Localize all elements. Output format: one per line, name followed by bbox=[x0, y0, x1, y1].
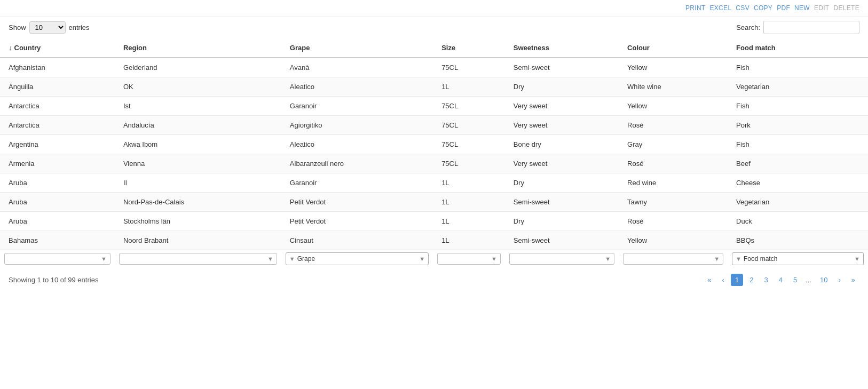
table-row[interactable]: ArubaStockholms länPetit Verdot1LDryRosé… bbox=[0, 212, 868, 231]
filter-arrow-colour: ▼ bbox=[714, 256, 720, 262]
pagination-page-4[interactable]: 4 bbox=[775, 274, 787, 286]
col-header-size[interactable]: Size bbox=[433, 38, 505, 58]
cell-size: 75CL bbox=[433, 154, 505, 173]
pagination-page-3[interactable]: 3 bbox=[760, 274, 772, 286]
filter-food_match[interactable]: ▼Food match▼ bbox=[732, 252, 864, 265]
cell-grape: Avanà bbox=[281, 58, 433, 77]
pagination-page-2[interactable]: 2 bbox=[745, 274, 757, 286]
filter-arrow-grape: ▼ bbox=[419, 256, 425, 262]
table-row[interactable]: BahamasNoord BrabantCinsaut1LSemi-sweetY… bbox=[0, 231, 868, 250]
pagination-first[interactable]: « bbox=[703, 274, 715, 286]
toolbar: PRINTEXCELCSVCOPYPDFNEWEDITDELETE bbox=[0, 0, 868, 17]
pagination-last[interactable]: » bbox=[847, 274, 859, 286]
col-header-colour[interactable]: Colour bbox=[619, 38, 728, 58]
col-label-region: Region bbox=[123, 44, 147, 52]
cell-colour: White wine bbox=[619, 77, 728, 97]
cell-grape: Garanoir bbox=[281, 173, 433, 193]
filter-cell-size: ▼ bbox=[433, 250, 505, 268]
table-row[interactable]: ArubaNord-Pas-de-CalaisPetit Verdot1LSem… bbox=[0, 193, 868, 212]
cell-grape: Albaranzeuli nero bbox=[281, 154, 433, 173]
col-label-colour: Colour bbox=[627, 44, 650, 52]
show-entries: Show 102550100 entries bbox=[9, 21, 90, 34]
cell-country: Armenia bbox=[0, 154, 115, 173]
toolbar-copy-button[interactable]: COPY bbox=[754, 4, 772, 12]
table-row[interactable]: ArubaIIGaranoir1LDryRed wineCheese bbox=[0, 173, 868, 193]
toolbar-excel-button[interactable]: EXCEL bbox=[710, 4, 732, 12]
cell-grape: Petit Verdot bbox=[281, 193, 433, 212]
cell-sweetness: Dry bbox=[505, 77, 619, 97]
col-header-food_match[interactable]: Food match bbox=[728, 38, 868, 58]
cell-sweetness: Dry bbox=[505, 212, 619, 231]
cell-country: Antarctica bbox=[0, 116, 115, 135]
table-row[interactable]: AntarcticaAndalucíaAgiorgitiko75CLVery s… bbox=[0, 116, 868, 135]
filter-grape[interactable]: ▼Grape▼ bbox=[286, 252, 429, 265]
filter-cell-colour: ▼ bbox=[619, 250, 728, 268]
toolbar-pdf-button[interactable]: PDF bbox=[777, 4, 790, 12]
cell-food_match: Fish bbox=[728, 58, 868, 77]
cell-country: Aruba bbox=[0, 173, 115, 193]
cell-sweetness: Very sweet bbox=[505, 116, 619, 135]
cell-size: 1L bbox=[433, 173, 505, 193]
cell-size: 75CL bbox=[433, 116, 505, 135]
cell-food_match: Vegetarian bbox=[728, 193, 868, 212]
toolbar-csv-button[interactable]: CSV bbox=[736, 4, 749, 12]
cell-size: 75CL bbox=[433, 135, 505, 154]
show-label: Show bbox=[9, 23, 26, 31]
filter-funnel-icon: ▼ bbox=[289, 256, 295, 262]
cell-size: 1L bbox=[433, 212, 505, 231]
filter-cell-food_match: ▼Food match▼ bbox=[728, 250, 868, 268]
cell-size: 75CL bbox=[433, 58, 505, 77]
cell-country: Anguilla bbox=[0, 77, 115, 97]
cell-colour: Tawny bbox=[619, 193, 728, 212]
cell-sweetness: Semi-sweet bbox=[505, 58, 619, 77]
cell-region: OK bbox=[115, 77, 281, 97]
col-header-country[interactable]: ↓Country bbox=[0, 38, 115, 58]
entries-select[interactable]: 102550100 bbox=[29, 21, 66, 34]
pagination: «‹12345...10›» bbox=[703, 274, 859, 286]
col-label-country: Country bbox=[14, 44, 41, 52]
filter-region[interactable]: ▼ bbox=[119, 253, 277, 265]
filter-colour[interactable]: ▼ bbox=[623, 253, 723, 265]
data-table: ↓CountryRegionGrapeSizeSweetnessColourFo… bbox=[0, 38, 868, 267]
pagination-page-10[interactable]: 10 bbox=[816, 274, 832, 286]
toolbar-print-button[interactable]: PRINT bbox=[685, 4, 706, 12]
table-row[interactable]: AfghanistanGelderlandAvanà75CLSemi-sweet… bbox=[0, 58, 868, 77]
filter-cell-region: ▼ bbox=[115, 250, 281, 268]
filter-sweetness[interactable]: ▼ bbox=[509, 253, 614, 265]
table-row[interactable]: ArgentinaAkwa IbomAleatico75CLBone dryGr… bbox=[0, 135, 868, 154]
pagination-prev[interactable]: ‹ bbox=[718, 274, 729, 286]
filter-country[interactable]: ▼ bbox=[4, 253, 111, 265]
pagination-page-1[interactable]: 1 bbox=[731, 274, 743, 286]
search-input[interactable] bbox=[763, 21, 859, 34]
col-header-region[interactable]: Region bbox=[115, 38, 281, 58]
table-row[interactable]: AntarcticaIstGaranoir75CLVery sweetYello… bbox=[0, 97, 868, 116]
cell-food_match: Duck bbox=[728, 212, 868, 231]
filter-size[interactable]: ▼ bbox=[437, 253, 501, 265]
table-row[interactable]: AnguillaOKAleatico1LDryWhite wineVegetar… bbox=[0, 77, 868, 97]
cell-food_match: Vegetarian bbox=[728, 77, 868, 97]
cell-region: Ist bbox=[115, 97, 281, 116]
filter-cell-sweetness: ▼ bbox=[505, 250, 619, 268]
search-box: Search: bbox=[736, 21, 859, 34]
table-row[interactable]: ArmeniaViennaAlbaranzeuli nero75CLVery s… bbox=[0, 154, 868, 173]
cell-sweetness: Bone dry bbox=[505, 135, 619, 154]
toolbar-delete-button[interactable]: DELETE bbox=[834, 4, 859, 12]
cell-grape: Cinsaut bbox=[281, 231, 433, 250]
toolbar-edit-button[interactable]: EDIT bbox=[814, 4, 830, 12]
cell-grape: Garanoir bbox=[281, 97, 433, 116]
pagination-page-5[interactable]: 5 bbox=[789, 274, 801, 286]
table-body: AfghanistanGelderlandAvanà75CLSemi-sweet… bbox=[0, 58, 868, 250]
toolbar-new-button[interactable]: NEW bbox=[794, 4, 810, 12]
cell-food_match: Fish bbox=[728, 135, 868, 154]
cell-country: Afghanistan bbox=[0, 58, 115, 77]
cell-colour: Yellow bbox=[619, 97, 728, 116]
cell-size: 1L bbox=[433, 193, 505, 212]
col-header-grape[interactable]: Grape bbox=[281, 38, 433, 58]
pagination-next[interactable]: › bbox=[834, 274, 845, 286]
col-label-size: Size bbox=[441, 44, 455, 52]
col-header-sweetness[interactable]: Sweetness bbox=[505, 38, 619, 58]
filter-label-grape: Grape bbox=[297, 255, 315, 263]
filter-arrow-region: ▼ bbox=[267, 256, 273, 262]
cell-region: II bbox=[115, 173, 281, 193]
cell-food_match: Pork bbox=[728, 116, 868, 135]
